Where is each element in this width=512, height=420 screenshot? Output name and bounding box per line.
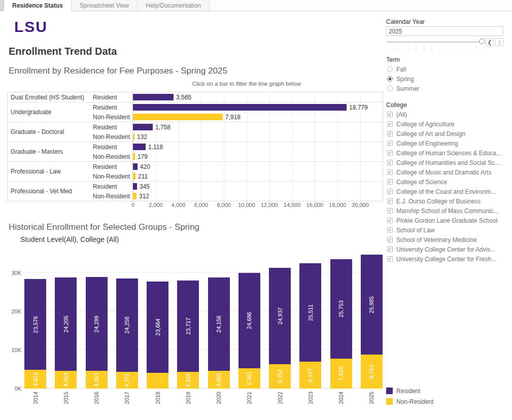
checkbox-icon: ✓ bbox=[387, 189, 393, 194]
chart2-year-label: 2020 bbox=[208, 392, 230, 404]
chart1-bar-value: 1,118 bbox=[148, 144, 163, 151]
chart2-resident-segment[interactable]: 24,686 bbox=[238, 273, 260, 368]
chart1-bar[interactable] bbox=[133, 94, 174, 100]
college-option[interactable]: ✓Manship School of Mass Communic... bbox=[386, 206, 501, 216]
chart1-axis-tick: 0 bbox=[131, 202, 134, 208]
chart2-nonresident-segment[interactable]: 4,553 bbox=[86, 371, 108, 389]
college-option[interactable]: ✓University College Center for Fresh... bbox=[386, 254, 501, 264]
chart2-resident-segment[interactable]: 24,299 bbox=[86, 277, 108, 371]
term-option-fall[interactable]: Fall bbox=[386, 64, 419, 74]
college-option[interactable]: ✓College of Human Sciences & Educa... bbox=[386, 148, 501, 158]
college-option[interactable]: ✓University College Center for Advis... bbox=[386, 244, 501, 254]
chart1-bar[interactable] bbox=[133, 124, 153, 130]
chart2-nonresident-segment[interactable] bbox=[147, 373, 168, 389]
chart1-hint: Click on a bar to filter the line graph … bbox=[133, 81, 360, 87]
college-option[interactable]: ✓College of the Coast and Environm... bbox=[386, 187, 501, 196]
legend-item-resident[interactable]: Resident bbox=[386, 386, 433, 396]
chart1-bar[interactable] bbox=[133, 173, 135, 180]
chart2-nonresident-segment[interactable]: 6,252 bbox=[269, 364, 291, 389]
chart1-group: Professional - LawResident420Non-Residen… bbox=[8, 161, 383, 181]
chart2-nonresident-segment[interactable]: 4,822 bbox=[24, 370, 46, 389]
college-option[interactable]: ✓College of Music and Dramatic Arts bbox=[386, 167, 501, 177]
chart1-bar-value: 345 bbox=[140, 183, 150, 190]
chart2-resident-segment[interactable]: 24,937 bbox=[269, 268, 291, 364]
chart1-group: Professional - Vet MedResident345Non-Res… bbox=[8, 181, 383, 201]
chart1-axis-tick: 14,000 bbox=[284, 202, 301, 208]
term-option-summer[interactable]: Summer bbox=[386, 84, 419, 93]
chart2-y-tick: 20K bbox=[2, 308, 21, 314]
chart2-resident-value: 25,985 bbox=[368, 296, 374, 313]
chart2-nonresident-segment[interactable]: 4,553 bbox=[55, 371, 77, 389]
calendar-year-input[interactable] bbox=[386, 26, 503, 36]
chart2-resident-segment[interactable]: 23,717 bbox=[177, 281, 199, 372]
college-option[interactable]: ✓College of Agriculture bbox=[386, 119, 501, 129]
chart2-resident-value: 25,511 bbox=[308, 304, 314, 321]
chart1-residency-label: Resident bbox=[92, 124, 132, 131]
chart1-residency-label: Resident bbox=[92, 104, 132, 111]
chart2-column: 25,7537,818 bbox=[330, 251, 352, 389]
college-option[interactable]: ✓College of Engineering bbox=[386, 138, 501, 148]
chart2-y-tick: 0K bbox=[2, 386, 21, 392]
tab-help-documentation[interactable]: Help/Documentation bbox=[138, 0, 210, 11]
chart1-bar[interactable] bbox=[133, 144, 146, 150]
college-option[interactable]: ✓College of Science bbox=[386, 177, 501, 187]
tab-residence-status[interactable]: Residence Status bbox=[4, 0, 72, 11]
college-option[interactable]: ✓E.J. Ourso College of Business bbox=[386, 196, 501, 206]
chart1-residency-label: Non-Resident bbox=[92, 133, 132, 141]
radio-icon bbox=[387, 66, 393, 72]
chart2-column: 24,9376,252 bbox=[269, 251, 291, 389]
chart1-bar[interactable] bbox=[133, 133, 134, 140]
chart2-nonresident-segment[interactable]: 7,818 bbox=[330, 359, 352, 389]
chart2-nonresident-segment[interactable]: 5,301 bbox=[238, 368, 260, 389]
college-option[interactable]: ✓Pinkie Gordon Lane Graduate School bbox=[386, 216, 501, 225]
chart2-column: 24,2054,553 bbox=[55, 251, 77, 389]
chart1-bar[interactable] bbox=[133, 114, 223, 120]
calendar-year-slider[interactable] bbox=[386, 39, 484, 45]
chart1-bar[interactable] bbox=[133, 183, 137, 190]
chart1-bar[interactable] bbox=[133, 193, 136, 199]
chart1-bar[interactable] bbox=[133, 104, 347, 111]
chart2-nonresident-segment[interactable]: 4,334 bbox=[177, 372, 199, 389]
chart2-resident-segment[interactable]: 25,511 bbox=[299, 263, 321, 362]
chart1-row: Resident420 bbox=[92, 162, 383, 171]
radio-icon bbox=[387, 86, 393, 91]
chart2-nonresident-segment[interactable]: 4,665 bbox=[208, 371, 230, 389]
chart1-bar-track: 179 bbox=[132, 152, 383, 161]
chart1-bar[interactable] bbox=[133, 163, 138, 170]
chart1-bar[interactable] bbox=[133, 153, 135, 160]
slider-prev-button[interactable]: ❮ bbox=[486, 38, 494, 46]
chart1-bar-value: 1,758 bbox=[155, 124, 170, 131]
chart2-resident-segment[interactable]: 23,576 bbox=[24, 279, 46, 370]
chart2-resident-segment[interactable]: 25,753 bbox=[330, 259, 352, 359]
chart2-nonresident-value: 6,252 bbox=[277, 369, 283, 383]
chart2-nonresident-value: 6,977 bbox=[308, 368, 314, 382]
term-option-spring[interactable]: Spring bbox=[386, 74, 419, 84]
radio-icon bbox=[387, 76, 393, 82]
chart2-resident-segment[interactable]: 23,664 bbox=[147, 282, 168, 373]
slider-ticks bbox=[386, 47, 484, 49]
college-option[interactable]: ✓School of Veterinary Medicine bbox=[386, 235, 501, 244]
chart2-nonresident-value: 5,301 bbox=[246, 371, 252, 386]
college-option[interactable]: ✓College of Humanities and Social Sc... bbox=[386, 158, 501, 167]
chart2-nonresident-segment[interactable]: 6,977 bbox=[299, 362, 321, 389]
chart2-resident-segment[interactable]: 25,985 bbox=[361, 255, 383, 355]
slider-track[interactable] bbox=[386, 41, 484, 43]
college-option[interactable]: ✓(All) bbox=[386, 110, 501, 119]
chart2-resident-segment[interactable]: 24,205 bbox=[55, 277, 77, 371]
chart2-nonresident-segment[interactable]: 8,752 bbox=[361, 355, 383, 389]
chart1-row: Resident1,758 bbox=[92, 122, 383, 132]
college-option[interactable]: ✓College of Art and Design bbox=[386, 129, 501, 138]
slider-next-button[interactable]: ❯ bbox=[495, 38, 503, 46]
college-option[interactable]: ✓School of Law bbox=[386, 225, 501, 235]
tab-spreadsheet-view[interactable]: Spreadsheet View bbox=[72, 0, 138, 11]
chart2-nonresident-segment[interactable]: 4,372 bbox=[116, 372, 138, 389]
chart2-resident-segment[interactable]: 24,156 bbox=[208, 277, 230, 371]
chart1-bar-value: 3,565 bbox=[176, 94, 191, 101]
chart1-bar-track: 345 bbox=[132, 182, 383, 191]
slider-handle[interactable] bbox=[479, 39, 485, 44]
chart1-group-label: Undergraduate bbox=[8, 102, 92, 122]
legend-item-non-resident[interactable]: Non-Resident bbox=[386, 396, 433, 407]
chart2-resident-segment[interactable]: 24,258 bbox=[116, 278, 138, 372]
chart1-row: Resident1,118 bbox=[92, 142, 383, 152]
college-label: College bbox=[386, 101, 407, 109]
